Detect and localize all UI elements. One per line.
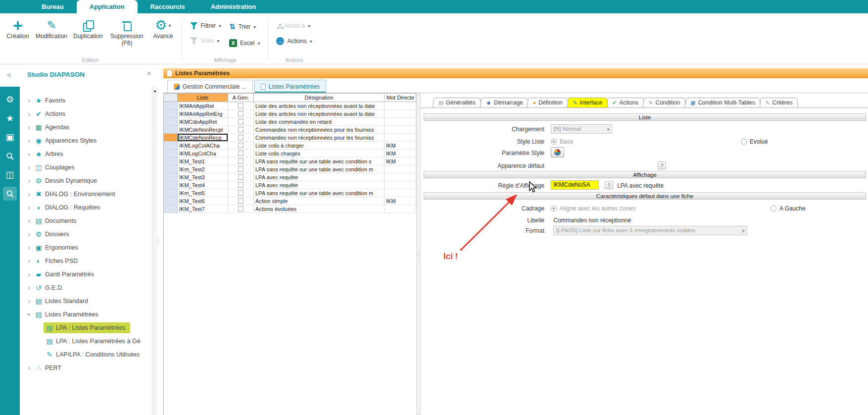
vues-button[interactable]: Vues ▾ — [190, 37, 221, 44]
cell-liste[interactable]: IKM_Test1 — [178, 157, 228, 165]
a-gen-checkbox[interactable] — [238, 174, 243, 180]
cadrage-gauche-radio[interactable]: A Gauche — [771, 205, 806, 212]
cell-a-gen[interactable] — [228, 150, 254, 157]
menu-item-application[interactable]: Application — [77, 0, 138, 13]
cell-a-gen[interactable] — [228, 134, 254, 142]
cell-mot-directeur[interactable] — [385, 189, 416, 197]
cell-mot-directeur[interactable] — [385, 165, 416, 173]
table-row[interactable]: IKMArtAppRetListe des articles non récep… — [164, 102, 416, 110]
cell-designation[interactable]: Liste des commandes en retard — [254, 118, 385, 126]
table-row[interactable]: IKM_Test1LPA sans requête sur une table … — [164, 157, 416, 165]
cell-a-gen[interactable] — [228, 157, 254, 165]
cell-a-gen[interactable] — [228, 181, 254, 189]
document-tab[interactable]: Gestion Commerciale ... — [167, 80, 253, 93]
chevron-right-icon[interactable]: › — [26, 123, 33, 131]
tree-item[interactable]: ›▤Documents — [20, 214, 152, 227]
tree-scrollbar[interactable]: ▲ — [152, 87, 157, 415]
monitor-icon[interactable]: ▣ — [3, 130, 17, 144]
a-gen-checkbox[interactable] — [238, 151, 243, 156]
apparence-help-button[interactable]: ? — [658, 161, 666, 169]
excel-button[interactable]: X Excel ▾ — [229, 39, 260, 47]
filtrer-button[interactable]: Filtrer ▾ — [190, 22, 221, 29]
row-selector-cell[interactable] — [164, 134, 178, 142]
cell-mot-directeur[interactable] — [385, 118, 416, 126]
menu-item-bureau[interactable]: Bureau — [29, 0, 77, 13]
chargement-select[interactable]: [N] Normal — [551, 124, 612, 134]
format-select[interactable]: [LPA/05] Liste sur fiche avec 5 enregist… — [553, 226, 747, 235]
cell-designation[interactable]: LPA sans requête sur une table avec cond… — [254, 165, 385, 173]
tree-item[interactable]: ›▤Listes Standard — [20, 294, 152, 308]
style-base-radio[interactable]: Base — [551, 138, 573, 145]
a-gen-checkbox[interactable] — [238, 111, 243, 116]
cell-liste[interactable]: IKm_Test2 — [178, 165, 228, 173]
modification-button[interactable]: ✎ Modification — [33, 15, 70, 56]
cell-a-gen[interactable] — [228, 205, 254, 213]
cell-a-gen[interactable] — [228, 126, 254, 134]
row-selector-cell[interactable] — [164, 126, 178, 134]
cell-liste[interactable]: IKM_Test3 — [178, 173, 228, 181]
panel-tab-interface[interactable]: ✎Interface — [567, 98, 608, 107]
tree-item[interactable]: ›▤Listes Paramétrées — [20, 308, 152, 321]
row-selector-cell[interactable] — [164, 181, 178, 189]
collapse-sidebar-button[interactable]: « — [7, 70, 11, 79]
doc-search-icon[interactable] — [3, 187, 17, 201]
table-row[interactable]: IKMCdeNonRecplCommandes non réceptionnée… — [164, 126, 416, 134]
chevron-right-icon[interactable]: › — [26, 204, 33, 211]
cell-designation[interactable]: LPA sans requête sur une table avec cond… — [254, 157, 385, 165]
a-gen-checkbox[interactable] — [238, 143, 243, 148]
chevron-right-icon[interactable]: › — [26, 217, 33, 225]
tree-item[interactable]: ▤LPA : Listes Paramétrées à Gé — [20, 334, 152, 348]
cell-designation[interactable]: Liste colis à charger — [254, 142, 385, 150]
chevron-right-icon[interactable]: › — [26, 137, 33, 145]
grid-scrollbar[interactable]: ⋮ — [416, 93, 421, 415]
trier-button[interactable]: ⇅ Trier ▾ — [229, 22, 260, 31]
row-selector-cell[interactable] — [164, 150, 178, 157]
regle-affichage-input[interactable]: IKMCdeNoSA — [551, 180, 599, 190]
panel-tab-condition-multi-tables[interactable]: ▦Condition Multi-Tables — [684, 98, 761, 107]
cell-mot-directeur[interactable] — [385, 181, 416, 189]
menu-item-raccourcis[interactable]: Raccourcis — [138, 0, 198, 13]
cell-liste[interactable]: IKMCdeNonRecp — [178, 134, 228, 142]
chevron-right-icon[interactable]: › — [26, 297, 33, 305]
a-gen-checkbox[interactable] — [238, 166, 243, 172]
chevron-right-icon[interactable]: › — [26, 150, 33, 158]
style-evolue-radio[interactable]: Evolué — [741, 138, 768, 145]
panel-tab-crit-res[interactable]: ✎Critères — [760, 98, 798, 107]
cell-a-gen[interactable] — [228, 197, 254, 205]
row-selector-cell[interactable] — [164, 110, 178, 118]
splitter[interactable]: ⋮⋮ — [157, 64, 163, 415]
close-sidebar-button[interactable]: × — [146, 69, 151, 79]
cell-mot-directeur[interactable] — [385, 173, 416, 181]
chevron-right-icon[interactable]: › — [26, 364, 33, 372]
row-selector-cell[interactable] — [164, 102, 178, 110]
chevron-right-icon[interactable]: › — [26, 177, 33, 185]
a-gen-checkbox[interactable] — [238, 190, 243, 196]
cell-designation[interactable]: Commandes non réceptionnées pour les fou… — [254, 126, 385, 134]
panel-tab-d-finition[interactable]: ●Définition — [527, 98, 569, 107]
panel-tab-g-n-ralit-s[interactable]: ▤Généralités — [433, 98, 482, 107]
cell-a-gen[interactable] — [228, 110, 254, 118]
actions-button[interactable]: → Actions ▾ — [276, 37, 312, 45]
cell-designation[interactable]: Liste des articles non réceptionnées ava… — [254, 102, 385, 110]
cell-a-gen[interactable] — [228, 173, 254, 181]
table-row[interactable]: IKMCdeAppRetListe des commandes en retar… — [164, 118, 416, 126]
cell-designation[interactable]: LPA avec requête — [254, 181, 385, 189]
tree-item[interactable]: ›◫Couplages — [20, 160, 152, 174]
table-row[interactable]: IKm_Test5LPA sans requête sur une table … — [164, 189, 416, 197]
panel-tab-condition[interactable]: ✎Condition — [643, 98, 686, 107]
a-gen-checkbox[interactable] — [238, 198, 243, 204]
table-row[interactable]: IKM_Test4LPA avec requête — [164, 181, 416, 189]
tree-item[interactable]: ›▰Gantt Paramétrés — [20, 267, 152, 281]
suppression-button[interactable]: Suppression (F6) — [105, 15, 148, 56]
menu-item-administration[interactable]: Administration — [198, 0, 269, 13]
chevron-right-icon[interactable]: › — [26, 97, 33, 104]
cell-designation[interactable]: LPA avec requête — [254, 173, 385, 181]
row-selector-cell[interactable] — [164, 118, 178, 126]
cell-a-gen[interactable] — [228, 102, 254, 110]
cell-liste[interactable]: IKMLogColACha — [178, 142, 228, 150]
cell-liste[interactable]: IKM_Test4 — [178, 181, 228, 189]
scroll-up-icon[interactable]: ▲ — [153, 89, 157, 93]
tree-item[interactable]: ›∴PERT — [20, 361, 152, 374]
tree-item[interactable]: ›◗DIALOG : Requêtes — [20, 201, 152, 214]
tree-item[interactable]: ›◐Fiches PSD — [20, 254, 152, 267]
